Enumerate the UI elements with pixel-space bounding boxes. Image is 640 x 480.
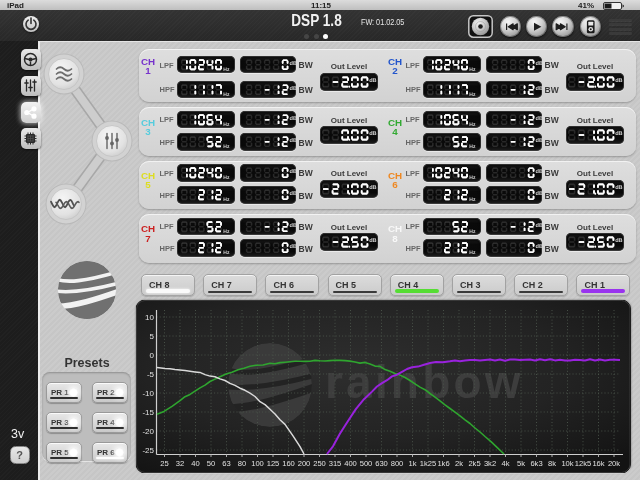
svg-text:5k: 5k [517, 459, 525, 468]
svg-text:Hz: Hz [223, 228, 230, 234]
svg-text:dB: dB [289, 168, 296, 175]
svg-text:-10: -10 [142, 389, 154, 398]
svg-text:-5: -5 [147, 370, 155, 379]
svg-text:Hz: Hz [469, 66, 476, 72]
svg-text:32: 32 [176, 459, 184, 468]
svg-text:dB: dB [535, 221, 542, 228]
svg-text:Hz: Hz [223, 175, 230, 181]
svg-text:25: 25 [160, 459, 168, 468]
svg-text:800: 800 [391, 459, 404, 468]
svg-text:100: 100 [251, 459, 264, 468]
svg-text:dB: dB [369, 77, 376, 84]
svg-text:-20: -20 [142, 427, 154, 436]
svg-text:dB: dB [535, 84, 542, 91]
svg-text:400: 400 [344, 459, 357, 468]
svg-text:dB: dB [289, 221, 296, 228]
svg-text:dB: dB [369, 237, 376, 244]
svg-text:1k: 1k [408, 459, 416, 468]
svg-text:dB: dB [535, 137, 542, 144]
svg-text:2k5: 2k5 [468, 459, 480, 468]
svg-text:1k6: 1k6 [437, 459, 449, 468]
svg-text:5: 5 [150, 332, 155, 341]
svg-text:Hz: Hz [469, 91, 476, 97]
svg-text:dB: dB [615, 237, 622, 244]
svg-text:20k: 20k [608, 459, 620, 468]
svg-text:250: 250 [313, 459, 326, 468]
svg-text:Hz: Hz [223, 91, 230, 97]
svg-text:500: 500 [360, 459, 373, 468]
svg-text:dB: dB [289, 60, 296, 67]
svg-text:dB: dB [535, 114, 542, 121]
svg-text:6k3: 6k3 [530, 459, 542, 468]
svg-text:4k: 4k [501, 459, 509, 468]
svg-text:dB: dB [289, 114, 296, 121]
svg-text:Hz: Hz [469, 121, 476, 127]
svg-text:dB: dB [289, 190, 296, 197]
svg-text:40: 40 [191, 459, 199, 468]
svg-text:Hz: Hz [223, 250, 230, 256]
svg-text:50: 50 [207, 459, 215, 468]
svg-text:Hz: Hz [469, 228, 476, 234]
svg-text:125: 125 [267, 459, 280, 468]
svg-text:dB: dB [535, 243, 542, 250]
svg-text:160: 160 [282, 459, 295, 468]
svg-text:Hz: Hz [469, 175, 476, 181]
svg-text:Hz: Hz [223, 66, 230, 72]
svg-text:16k: 16k [592, 459, 604, 468]
svg-text:0: 0 [150, 351, 155, 360]
svg-text:8k: 8k [548, 459, 556, 468]
svg-text:dB: dB [615, 130, 622, 137]
svg-text:dB: dB [535, 168, 542, 175]
svg-text:dB: dB [289, 84, 296, 91]
svg-text:Hz: Hz [469, 144, 476, 150]
svg-text:Hz: Hz [223, 197, 230, 203]
svg-text:dB: dB [289, 243, 296, 250]
svg-text:630: 630 [375, 459, 388, 468]
svg-text:dB: dB [289, 137, 296, 144]
svg-text:63: 63 [222, 459, 230, 468]
svg-text:12k5: 12k5 [575, 459, 591, 468]
svg-text:315: 315 [329, 459, 342, 468]
svg-text:dB: dB [369, 130, 376, 137]
svg-text:dB: dB [615, 184, 622, 191]
svg-text:200: 200 [298, 459, 311, 468]
svg-text:10k: 10k [561, 459, 573, 468]
svg-text:-25: -25 [142, 446, 154, 455]
svg-text:Hz: Hz [469, 250, 476, 256]
svg-text:dB: dB [535, 60, 542, 67]
svg-text:dB: dB [535, 190, 542, 197]
svg-text:-15: -15 [142, 408, 154, 417]
svg-text:Hz: Hz [223, 121, 230, 127]
svg-text:10: 10 [145, 313, 154, 322]
svg-text:dB: dB [369, 184, 376, 191]
svg-text:2k: 2k [455, 459, 463, 468]
svg-text:Hz: Hz [469, 197, 476, 203]
svg-text:3k2: 3k2 [484, 459, 496, 468]
svg-text:Hz: Hz [223, 144, 230, 150]
svg-text:1k25: 1k25 [420, 459, 436, 468]
svg-text:dB: dB [615, 77, 622, 84]
svg-text:80: 80 [238, 459, 246, 468]
